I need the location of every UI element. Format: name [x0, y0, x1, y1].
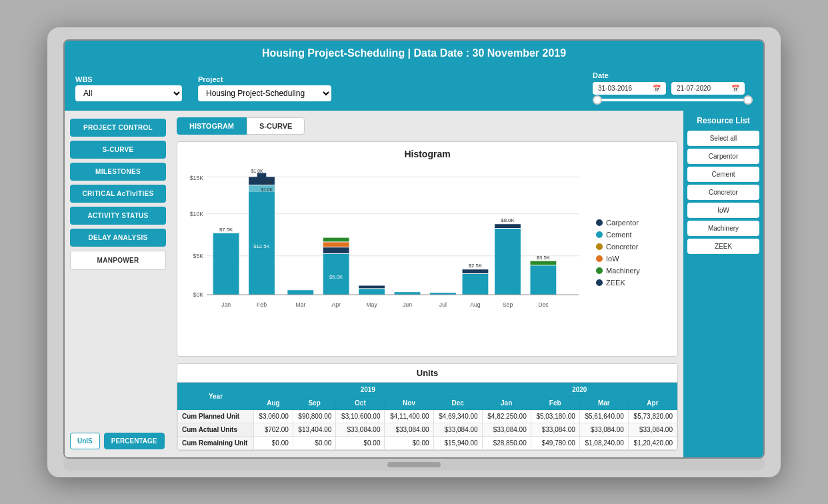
th-mar: Mar — [579, 396, 628, 409]
nav-activity-status[interactable]: ACTIVITY STATUS — [70, 207, 166, 225]
resource-machinery[interactable]: Machinery — [687, 221, 759, 236]
svg-text:Apr: Apr — [331, 301, 341, 307]
laptop-notch — [387, 462, 441, 467]
svg-text:$5.0K: $5.0K — [329, 273, 343, 279]
row-label-planned: Cum Planned Unit — [178, 409, 254, 423]
legend-concretor: Concretor — [596, 243, 671, 251]
planned-aug: $3,060.00 — [253, 409, 293, 423]
project-group: Project Housing Project-Scheduling — [198, 75, 331, 101]
legend-dot-iow — [596, 255, 603, 262]
legend-dot-concretor — [596, 243, 603, 250]
tab-histogram[interactable]: HISTOGRAM — [177, 117, 247, 135]
svg-text:Jul: Jul — [439, 301, 447, 307]
row-label-actual: Cum Actual Units — [178, 423, 254, 436]
bottom-table: Units Year 2019 2020 Aug Sep Oct — [177, 363, 678, 451]
svg-text:Dec: Dec — [538, 301, 549, 307]
project-select[interactable]: Housing Project-Scheduling — [198, 85, 331, 101]
row-label-remaining: Cum Remaining Unit — [178, 436, 254, 449]
date-to-input[interactable]: 21-07-2020 📅 — [671, 82, 745, 95]
svg-rect-14 — [257, 173, 267, 178]
resource-iow[interactable]: IoW — [687, 203, 759, 218]
nav-manpower[interactable]: MANPOWER — [70, 251, 166, 270]
chart-area: $15K $10K $5K $0K — [184, 165, 671, 341]
resource-cement[interactable]: Cement — [687, 167, 759, 182]
tab-scurve[interactable]: S-CURVE — [247, 117, 305, 135]
svg-text:$1.0K: $1.0K — [261, 187, 273, 191]
svg-text:$10K: $10K — [190, 210, 204, 217]
th-jan: Jan — [482, 396, 531, 409]
date-from-input[interactable]: 31-03-2016 📅 — [593, 82, 666, 95]
remaining-oct: $0.00 — [336, 436, 385, 449]
nav-project-control[interactable]: PROJECT CONTROL — [70, 119, 166, 137]
actual-mar: $33,084.00 — [579, 423, 628, 436]
legend-machinery: Machinery — [596, 267, 671, 275]
date-slider[interactable] — [593, 99, 753, 101]
planned-jan: $4,82,250.00 — [482, 409, 531, 423]
calendar-icon-from: 📅 — [653, 85, 661, 92]
svg-text:May: May — [366, 301, 377, 307]
legend-area: Carpentor Cement Concretor — [591, 165, 671, 341]
th-nov: Nov — [385, 396, 433, 409]
svg-text:Sep: Sep — [503, 301, 513, 307]
nav-milestones[interactable]: MILESTONES — [70, 163, 166, 181]
units-btn[interactable]: UnIS — [70, 433, 100, 449]
th-sep: Sep — [293, 396, 336, 409]
th-aug: Aug — [253, 396, 293, 409]
th-oct: Oct — [336, 396, 385, 409]
svg-rect-40 — [495, 224, 521, 228]
remaining-jan: $28,850.00 — [482, 436, 531, 449]
nav-critical-activities[interactable]: CRITICAL AcTIvITIES — [70, 185, 166, 203]
resource-list-panel: Resource List Select all Carpentor Cemen… — [683, 111, 763, 457]
legend-dot-carpentor — [596, 219, 603, 226]
remaining-mar: $1,08,240.00 — [579, 436, 628, 449]
actual-apr: $33,084.00 — [628, 423, 677, 436]
legend-zeek: ZEEK — [596, 279, 671, 287]
svg-rect-8 — [213, 233, 239, 294]
resource-select-all[interactable]: Select all — [687, 131, 759, 146]
planned-feb: $5,03,180.00 — [531, 409, 579, 423]
date-label: Date — [593, 71, 753, 79]
legend-dot-machinery — [596, 267, 603, 274]
project-label: Project — [198, 75, 331, 83]
svg-text:$3.5K: $3.5K — [537, 254, 551, 260]
svg-rect-25 — [323, 237, 349, 241]
svg-rect-23 — [323, 247, 349, 253]
svg-text:Feb: Feb — [257, 301, 267, 307]
svg-rect-39 — [495, 229, 521, 295]
title-text: Housing Project-Scheduling | Data Date :… — [262, 47, 566, 59]
planned-mar: $5,61,640.00 — [579, 409, 628, 423]
resource-zeek[interactable]: ZEEK — [687, 239, 759, 254]
th-dec: Dec — [433, 396, 482, 409]
svg-text:$7.5K: $7.5K — [219, 226, 233, 232]
svg-text:$15K: $15K — [190, 175, 204, 181]
actual-jan: $33,084.00 — [482, 423, 531, 436]
svg-text:Jan: Jan — [221, 301, 231, 307]
table-row-actual: Cum Actual Units $702.00 $13,404.00 $33,… — [178, 423, 677, 436]
calendar-icon-to: 📅 — [731, 85, 739, 92]
resource-carpentor[interactable]: Carpentor — [687, 149, 759, 164]
remaining-nov: $0.00 — [385, 436, 433, 449]
percentage-btn[interactable]: PERCENTAGE — [104, 433, 165, 449]
units-percentage-toggle: UnIS PERCENTAGE — [70, 353, 166, 449]
svg-text:$1.0K: $1.0K — [251, 168, 263, 173]
chart-title: Histogram — [184, 149, 671, 159]
wbs-select[interactable]: All — [75, 85, 182, 101]
chart-container: Histogram $15K $10K $5K $0K — [177, 141, 678, 357]
date-inputs: 31-03-2016 📅 21-07-2020 📅 — [593, 82, 753, 95]
th-feb: Feb — [531, 396, 579, 409]
actual-sep: $13,404.00 — [293, 423, 336, 436]
main-content: PROJECT CONTROL S-CURVE MILESTONES CRITI… — [65, 111, 763, 457]
svg-text:$5K: $5K — [193, 252, 204, 259]
nav-scurve[interactable]: S-CURVE — [70, 141, 166, 159]
remaining-dec: $15,940.00 — [433, 436, 482, 449]
resource-list-title: Resource List — [687, 116, 759, 125]
table-row-planned: Cum Planned Unit $3,060.00 $90,800.00 $3… — [178, 409, 677, 423]
resource-concretor[interactable]: Concretor — [687, 185, 759, 200]
th-2020: 2020 — [482, 383, 677, 396]
center-content: HISTOGRAM S-CURVE Histogram $15K $10K — [171, 111, 683, 457]
slider-thumb-right[interactable] — [743, 95, 753, 105]
remaining-feb: $49,780.00 — [531, 436, 579, 449]
nav-delay-analysis[interactable]: DELAY ANALYSIS — [70, 229, 166, 247]
svg-text:$0K: $0K — [193, 291, 204, 297]
slider-thumb-left[interactable] — [593, 95, 602, 105]
